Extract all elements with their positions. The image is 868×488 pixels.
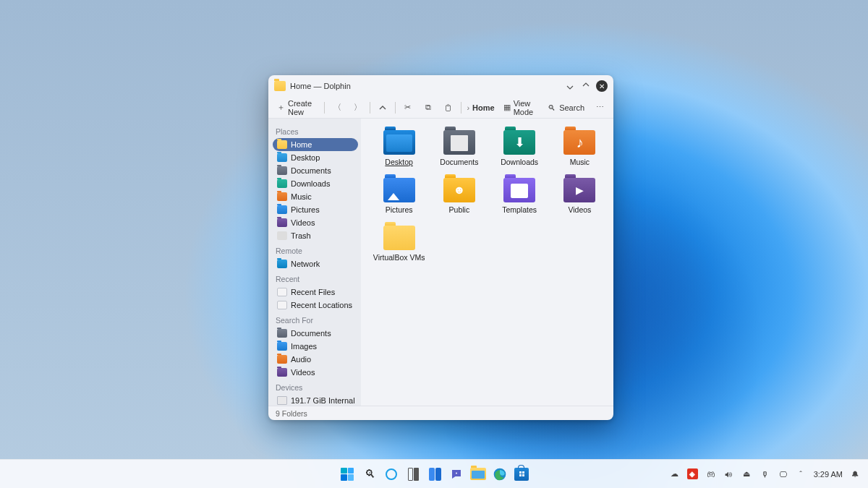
svg-point-0 bbox=[456, 472, 457, 474]
menu-button[interactable]: ⋯ bbox=[590, 100, 609, 115]
taskbar: 🔍︎ ☁ ◈ 🎮︎ 🔊︎ ⏏ 🎙︎ 🖵 ˆ 3:29 AM 🔔︎ bbox=[0, 459, 868, 488]
folder-label: VirtualBox VMs bbox=[373, 253, 425, 262]
file-explorer-button[interactable] bbox=[469, 466, 487, 483]
folder-icon bbox=[277, 218, 287, 227]
sidebar-item-home[interactable]: Home bbox=[273, 138, 358, 151]
chat-button[interactable] bbox=[448, 466, 465, 483]
maximize-button[interactable] bbox=[580, 80, 592, 92]
folder-documents[interactable]: Documents bbox=[431, 126, 487, 171]
sidebar-item-music[interactable]: Music bbox=[273, 190, 358, 203]
sidebar-item-documents[interactable]: Documents bbox=[273, 327, 358, 340]
controller-icon[interactable]: 🎮︎ bbox=[705, 468, 716, 479]
sidebar-item-documents[interactable]: Documents bbox=[273, 164, 358, 177]
chevron-up-icon bbox=[378, 103, 388, 113]
search-button[interactable]: 🔍︎ Search bbox=[542, 100, 589, 115]
close-button[interactable]: ✕ bbox=[596, 80, 608, 92]
sidebar-item-label: Downloads bbox=[291, 179, 330, 188]
sidebar-item-recent-locations[interactable]: Recent Locations bbox=[273, 299, 358, 312]
sidebar-section-title: Devices bbox=[273, 379, 358, 394]
sidebar-item-images[interactable]: Images bbox=[273, 340, 358, 353]
task-view-button[interactable] bbox=[404, 466, 422, 483]
sidebar: PlacesHomeDesktopDocumentsDownloadsMusic… bbox=[268, 119, 361, 406]
folder-icon bbox=[277, 140, 287, 149]
folder-templates[interactable]: Templates bbox=[492, 174, 548, 218]
start-button[interactable] bbox=[338, 465, 357, 484]
sidebar-item-label: Videos bbox=[291, 368, 315, 377]
mic-icon[interactable]: 🎙︎ bbox=[760, 468, 770, 479]
folder-public[interactable]: Public bbox=[431, 174, 487, 218]
copy-button[interactable]: ⧉ bbox=[419, 100, 438, 115]
folder-icon bbox=[277, 260, 287, 268]
sidebar-item-trash[interactable]: Trash bbox=[273, 229, 358, 242]
view-mode-button[interactable]: ▦ View Mode bbox=[499, 97, 541, 119]
folder-icon bbox=[563, 178, 595, 202]
sidebar-item-label: Recent Files bbox=[291, 288, 335, 296]
folder-icon bbox=[470, 468, 486, 480]
sidebar-item-videos[interactable]: Videos bbox=[273, 366, 358, 379]
titlebar[interactable]: Home — Dolphin ✕ bbox=[268, 75, 613, 97]
store-icon bbox=[514, 468, 529, 481]
widgets-button[interactable] bbox=[426, 466, 443, 483]
sidebar-item-label: Trash bbox=[291, 231, 311, 240]
sidebar-item-label: Images bbox=[291, 342, 317, 351]
cut-button[interactable]: ✂ bbox=[399, 100, 417, 115]
chevron-right-icon: 〉 bbox=[352, 103, 362, 113]
breadcrumb-home[interactable]: Home bbox=[472, 103, 495, 112]
edge-button[interactable] bbox=[491, 466, 509, 483]
taskbar-search-button[interactable]: 🔍︎ bbox=[361, 466, 378, 483]
back-button[interactable]: 〈 bbox=[328, 100, 346, 115]
notifications-icon[interactable]: 🔔︎ bbox=[850, 468, 861, 479]
folder-downloads[interactable]: Downloads bbox=[492, 126, 548, 171]
folder-view[interactable]: DesktopDocumentsDownloadsMusicPicturesPu… bbox=[361, 119, 613, 406]
folder-label: Desktop bbox=[385, 158, 413, 166]
dolphin-window: Home — Dolphin ✕ ＋ Create New 〈 〉 ✂ ⧉ 📋︎… bbox=[268, 75, 613, 420]
sidebar-item-label: Home bbox=[291, 140, 312, 149]
up-button[interactable] bbox=[373, 100, 392, 115]
folder-videos[interactable]: Videos bbox=[552, 174, 608, 218]
sidebar-item-desktop[interactable]: Desktop bbox=[273, 151, 358, 164]
usb-icon[interactable]: ⏏ bbox=[741, 468, 752, 479]
sidebar-item-downloads[interactable]: Downloads bbox=[273, 177, 358, 190]
chevron-up-icon[interactable]: ˆ bbox=[796, 468, 807, 479]
sidebar-item-191-7-gib-internal-[interactable]: 191.7 GiB Internal … bbox=[273, 394, 358, 406]
taskbar-center: 🔍︎ bbox=[338, 465, 530, 484]
sidebar-section-title: Places bbox=[273, 123, 358, 138]
sidebar-item-label: Documents bbox=[291, 166, 331, 175]
store-button[interactable] bbox=[513, 466, 530, 483]
cloud-icon[interactable]: ☁ bbox=[669, 468, 680, 479]
sidebar-item-label: Desktop bbox=[291, 153, 320, 162]
folder-pictures[interactable]: Pictures bbox=[371, 174, 427, 218]
cortana-button[interactable] bbox=[383, 466, 400, 483]
clock[interactable]: 3:29 AM bbox=[814, 470, 843, 479]
folder-icon bbox=[383, 178, 415, 202]
sidebar-section-title: Recent bbox=[273, 270, 358, 286]
folder-music[interactable]: Music bbox=[552, 126, 608, 171]
volume-icon[interactable]: 🔊︎ bbox=[723, 468, 734, 479]
sidebar-item-label: Pictures bbox=[291, 205, 320, 214]
sidebar-section-title: Search For bbox=[273, 312, 358, 327]
breadcrumb[interactable]: › Home bbox=[464, 103, 497, 112]
sidebar-item-pictures[interactable]: Pictures bbox=[273, 203, 358, 216]
sidebar-item-label: Recent Locations bbox=[291, 301, 352, 309]
folder-label: Public bbox=[449, 205, 470, 214]
sidebar-item-recent-files[interactable]: Recent Files bbox=[273, 286, 358, 299]
sidebar-item-videos[interactable]: Videos bbox=[273, 216, 358, 229]
folder-label: Pictures bbox=[386, 205, 413, 214]
more-icon: ⋯ bbox=[595, 103, 605, 113]
monitor-icon[interactable]: 🖵 bbox=[778, 468, 788, 479]
chevron-right-icon: › bbox=[467, 103, 469, 112]
anydesk-icon[interactable]: ◈ bbox=[687, 468, 698, 479]
plus-icon: ＋ bbox=[277, 103, 285, 113]
folder-virtualbox-vms[interactable]: VirtualBox VMs bbox=[371, 221, 427, 266]
minimize-button[interactable] bbox=[564, 80, 576, 92]
folder-label: Documents bbox=[440, 158, 478, 166]
sidebar-item-network[interactable]: Network bbox=[273, 257, 358, 270]
create-new-button[interactable]: ＋ Create New bbox=[273, 97, 321, 119]
paste-button[interactable]: 📋︎ bbox=[439, 100, 458, 115]
folder-desktop[interactable]: Desktop bbox=[371, 126, 427, 171]
system-tray: ☁ ◈ 🎮︎ 🔊︎ ⏏ 🎙︎ 🖵 ˆ 3:29 AM 🔔︎ bbox=[669, 468, 861, 479]
toolbar: ＋ Create New 〈 〉 ✂ ⧉ 📋︎ › Home ▦ View Mo… bbox=[268, 97, 613, 119]
forward-button[interactable]: 〉 bbox=[348, 100, 367, 115]
sidebar-item-audio[interactable]: Audio bbox=[273, 353, 358, 366]
folder-icon bbox=[383, 226, 415, 250]
